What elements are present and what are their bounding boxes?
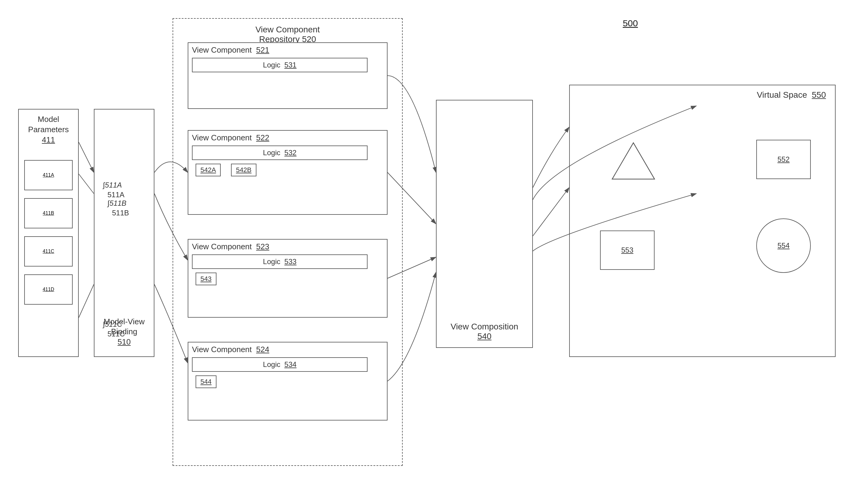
vc523-box: View Component 523 Logic 533 543 (188, 239, 388, 318)
mvb-box: Model-ViewBinding510 (94, 109, 154, 357)
repository-title: View ComponentRepository 520 (173, 25, 402, 44)
model-params-ref: 411 (42, 135, 55, 144)
sub-542a: 542A (196, 164, 221, 176)
vs-554-circle: 554 (756, 218, 811, 273)
vc524-logic: Logic 534 (192, 357, 368, 372)
sub-543: 543 (196, 272, 217, 285)
view-comp-label: View Composition540 (450, 322, 518, 341)
svg-text:551: 551 (628, 180, 639, 182)
vc522-subs: 542A 542B (188, 162, 387, 180)
model-params-box: ModelParameters411 411A 411B 411C 411D (18, 109, 79, 357)
sub-542b: 542B (231, 164, 256, 176)
param-411a-label: 411A (43, 172, 54, 178)
vs-553-rect: 553 (600, 230, 654, 270)
param-411c: 411C (24, 236, 73, 267)
param-411b-label: 411B (43, 211, 54, 216)
vc524-box: View Component 524 Logic 534 544 (188, 342, 388, 420)
vs-551-triangle: 551 (609, 140, 658, 183)
param-411a: 411A (24, 160, 73, 190)
vc521-box: View Component 521 Logic 531 (188, 42, 388, 109)
arrow-511c-label: 511C (108, 330, 125, 338)
vc521-title: View Component 521 (188, 43, 387, 56)
diagram-container: 500 ModelParameters411 411A 411B 411C 41… (0, 0, 868, 494)
vs-title: Virtual Space 550 (757, 90, 826, 100)
param-411d: 411D (24, 274, 73, 305)
sub-544: 544 (196, 375, 217, 388)
label-500-top: 500 (623, 18, 638, 28)
vc522-title: View Component 522 (188, 131, 387, 144)
arrow-511b-label: 511B (112, 209, 129, 217)
vs-552-rect: 552 (756, 140, 811, 179)
vc523-title: View Component 523 (188, 240, 387, 252)
param-411c-label: 411C (43, 249, 54, 254)
vc522-logic: Logic 532 (192, 146, 368, 160)
param-411b: 411B (24, 198, 73, 228)
view-comp-box: View Composition540 (436, 100, 533, 348)
arrow-511a-label: 511A (108, 191, 125, 199)
model-params-title: ModelParameters411 (28, 114, 69, 145)
svg-marker-0 (612, 143, 654, 179)
vc522-box: View Component 522 Logic 532 542A 542B (188, 130, 388, 215)
vc524-title: View Component 524 (188, 342, 387, 356)
virtual-space-box: Virtual Space 550 551 552 553 554 (569, 85, 836, 357)
vc521-logic: Logic 531 (192, 58, 368, 72)
param-411d-label: 411D (43, 287, 54, 292)
vc523-logic: Logic 533 (192, 254, 368, 269)
